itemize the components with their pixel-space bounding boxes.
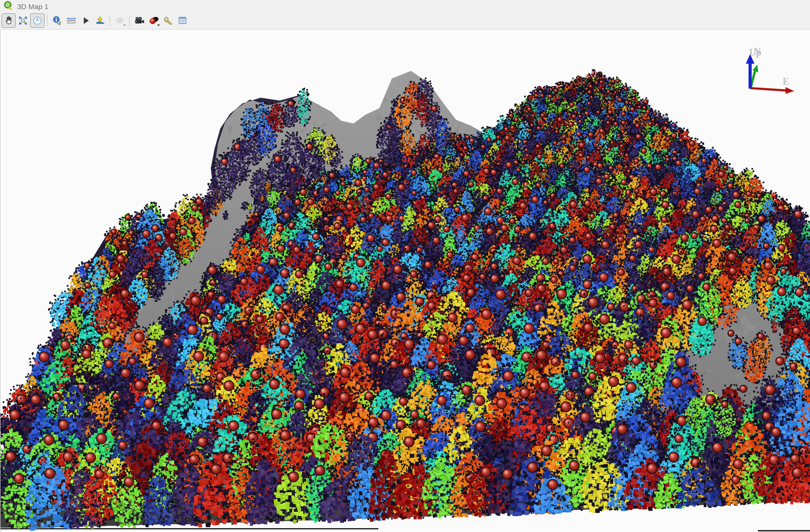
animations-button[interactable] (79, 13, 93, 28)
3d-map-window: 3D Map 1 (0, 0, 810, 532)
east-axis-arrow (750, 87, 794, 94)
toolbar-separator (110, 15, 110, 26)
configure-button[interactable] (161, 13, 175, 28)
effects-button[interactable] (147, 13, 161, 28)
up-axis-arrow (746, 54, 754, 89)
identify-info-cursor-icon (52, 15, 62, 26)
export-scene-button[interactable] (93, 13, 107, 28)
hand-icon (3, 15, 14, 26)
view-theme-button[interactable] (113, 13, 127, 28)
wrench-icon (163, 15, 173, 26)
ruler-icon (66, 15, 77, 26)
navigation-toggle-button[interactable] (30, 13, 45, 28)
zoom-full-extent-icon (18, 15, 28, 26)
play-icon (80, 15, 91, 26)
export-up-arrow-icon (95, 15, 105, 26)
movie-camera-icon (134, 15, 145, 26)
camera-pan-tool-button[interactable] (1, 13, 16, 28)
identify-button[interactable] (50, 13, 64, 28)
north-axis-label: N (754, 46, 761, 57)
navigation-compass-icon (32, 15, 43, 26)
3d-map-viewport[interactable]: Up N E (0, 29, 810, 532)
toolbar-separator (129, 15, 130, 26)
qgis-logo-icon (3, 0, 13, 12)
camera-button[interactable] (132, 13, 147, 28)
dropdown-caret-icon (157, 24, 160, 26)
toolbar-separator (47, 15, 47, 26)
dropdown-caret-icon (123, 24, 126, 26)
title-bar: 3D Map 1 (0, 0, 810, 12)
dock-window-icon (177, 15, 188, 26)
zoom-full-button[interactable] (16, 13, 30, 28)
window-chrome: 3D Map 1 (0, 0, 810, 30)
window-title: 3D Map 1 (17, 2, 48, 11)
east-axis-label: E (783, 76, 789, 87)
dock-view-button[interactable] (175, 13, 190, 28)
axis-orientation-gizmo: Up N E (732, 41, 804, 94)
toolbar (0, 12, 810, 29)
north-axis-arrow (751, 65, 758, 88)
measure-line-button[interactable] (64, 13, 79, 28)
